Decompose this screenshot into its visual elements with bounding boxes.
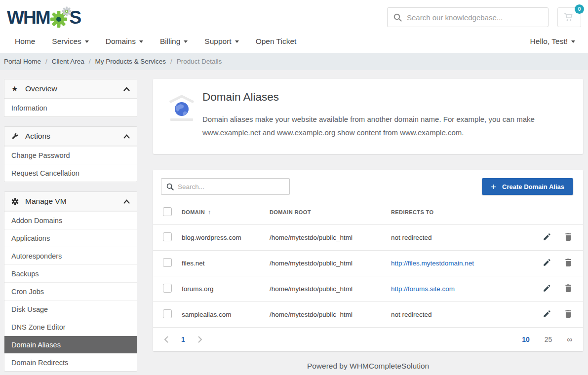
top-header: WHM (0, 0, 588, 30)
cell-domain: forums.org (178, 276, 266, 302)
page-title: Domain Aliases (202, 91, 570, 104)
main-content: Domain Aliases Domain aliases make your … (153, 79, 583, 375)
page-size-25[interactable]: 25 (545, 336, 552, 343)
row-checkbox[interactable] (163, 284, 172, 293)
domain-aliases-table: Domain↑ Domain Root Redirects To blog.wo… (153, 200, 583, 328)
edit-icon[interactable] (543, 284, 551, 293)
chevron-up-icon[interactable] (123, 134, 130, 139)
logo-gears (50, 6, 69, 28)
sidebar-item-disk-usage[interactable]: Disk Usage (4, 300, 137, 318)
table-row: forums.org /home/mytestdo/public_html ht… (153, 276, 583, 302)
table-row: samplealias.com /home/mytestdo/public_ht… (153, 302, 583, 328)
sidebar-section-manage-vm: Manage VM Addon Domains Applications Aut… (4, 191, 137, 372)
star-icon: ★ (11, 84, 22, 93)
sidebar-header-overview[interactable]: ★ Overview (4, 79, 137, 99)
sidebar-header-actions[interactable]: Actions (4, 127, 137, 146)
sidebar-item-dns-zone-editor[interactable]: DNS Zone Editor (4, 318, 137, 336)
row-checkbox[interactable] (163, 309, 172, 318)
previous-page-icon[interactable] (164, 336, 168, 343)
next-page-icon[interactable] (198, 336, 202, 343)
create-domain-alias-button[interactable]: + Create Domain Alias (482, 178, 573, 195)
select-all-checkbox[interactable] (163, 207, 172, 216)
search-icon (393, 13, 402, 22)
breadcrumb-products-services[interactable]: My Products & Services (95, 58, 166, 65)
redirect-link[interactable]: http://files.mytestdomain.net (391, 260, 474, 267)
edit-icon[interactable] (543, 258, 551, 267)
edit-icon[interactable] (543, 309, 551, 318)
cell-domain: files.net (178, 251, 266, 276)
breadcrumb-portal-home[interactable]: Portal Home (4, 58, 41, 65)
nav-item-home[interactable]: Home (15, 37, 35, 46)
sidebar-item-applications[interactable]: Applications (4, 229, 137, 247)
table-search-input[interactable] (178, 183, 284, 190)
wrench-icon (11, 133, 22, 140)
pagination: 1 10 25 ∞ (153, 328, 583, 351)
nav-item-support[interactable]: Support (204, 37, 238, 46)
sort-asc-icon: ↑ (208, 209, 211, 216)
delete-icon[interactable] (564, 258, 572, 267)
whmcs-logo[interactable]: WHM (7, 6, 80, 28)
cell-domain: samplealias.com (178, 302, 266, 328)
chevron-down-icon (184, 40, 188, 43)
row-checkbox[interactable] (163, 258, 172, 267)
sidebar-header-manage-vm[interactable]: Manage VM (4, 192, 137, 211)
sidebar-section-actions: Actions Change Password Request Cancella… (4, 126, 137, 182)
column-header-domain-root[interactable]: Domain Root (266, 200, 387, 225)
sidebar-item-addon-domains[interactable]: Addon Domains (4, 211, 137, 229)
cart-icon (564, 12, 575, 22)
cell-domain: blog.wordpress.com (178, 225, 266, 251)
breadcrumb-current: Product Details (177, 58, 222, 65)
powered-by-footer: Powered by WHMCompleteSolution (153, 351, 583, 375)
sidebar-section-overview: ★ Overview Information (4, 79, 137, 117)
cell-domain-root: /home/mytestdo/public_html (266, 276, 387, 302)
nav-item-services[interactable]: Services (52, 37, 88, 46)
chevron-up-icon[interactable] (123, 87, 130, 91)
redirect-link[interactable]: http://forums.site.com (391, 285, 455, 293)
breadcrumb-client-area[interactable]: Client Area (52, 58, 84, 65)
sidebar-item-domain-aliases[interactable]: Domain Aliases (4, 336, 137, 353)
knowledgebase-search-input[interactable] (407, 13, 542, 22)
cell-redirects-to: not redirected (387, 225, 529, 251)
table-row: blog.wordpress.com /home/mytestdo/public… (153, 225, 583, 251)
nav-item-open-ticket[interactable]: Open Ticket (256, 37, 297, 46)
sidebar-item-information[interactable]: Information (4, 99, 137, 116)
table-header-row: Domain↑ Domain Root Redirects To (153, 200, 583, 225)
domain-aliases-card: + Create Domain Alias Domain↑ Domain Roo… (153, 170, 583, 351)
page-size-all-icon[interactable]: ∞ (567, 335, 572, 343)
domain-globe-icon (168, 94, 196, 139)
chevron-down-icon (235, 40, 239, 43)
cart-button[interactable]: 0 (557, 7, 581, 27)
sidebar-item-domain-redirects[interactable]: Domain Redirects (4, 353, 137, 371)
delete-icon[interactable] (564, 309, 572, 318)
column-header-domain[interactable]: Domain↑ (178, 200, 266, 225)
sidebar-item-request-cancellation[interactable]: Request Cancellation (4, 164, 137, 182)
sidebar-item-change-password[interactable]: Change Password (4, 146, 137, 164)
row-checkbox[interactable] (163, 232, 172, 241)
delete-icon[interactable] (564, 232, 572, 241)
table-row: files.net /home/mytestdo/public_html htt… (153, 251, 583, 276)
nav-item-domains[interactable]: Domains (106, 37, 143, 46)
page-number[interactable]: 1 (181, 336, 185, 343)
cell-domain-root: /home/mytestdo/public_html (266, 251, 387, 276)
cell-domain-root: /home/mytestdo/public_html (266, 225, 387, 251)
chevron-down-icon (85, 40, 89, 43)
small-gear-icon (62, 6, 72, 16)
chevron-up-icon[interactable] (123, 199, 130, 204)
delete-icon[interactable] (564, 284, 572, 293)
plus-icon: + (491, 182, 496, 191)
page-size-10[interactable]: 10 (522, 336, 530, 343)
page-description: Domain aliases make your website availab… (202, 112, 570, 139)
sidebar-item-cron-jobs[interactable]: Cron Jobs (4, 282, 137, 300)
breadcrumb: Portal Home / Client Area / My Products … (0, 53, 588, 70)
logo-text-whm: WHM (7, 8, 49, 27)
main-nav: Home Services Domains Billing Support Op… (0, 30, 588, 53)
user-menu[interactable]: Hello, Test! (530, 37, 575, 46)
nav-item-billing[interactable]: Billing (160, 37, 188, 46)
cell-redirects-to: not redirected (387, 302, 529, 328)
column-header-redirects-to[interactable]: Redirects To (387, 200, 529, 225)
edit-icon[interactable] (543, 232, 551, 241)
sidebar-item-backups[interactable]: Backups (4, 264, 137, 282)
sidebar: ★ Overview Information Actions Change Pa… (4, 79, 137, 375)
table-toolbar: + Create Domain Alias (153, 170, 583, 200)
sidebar-item-autoresponders[interactable]: Autoresponders (4, 247, 137, 264)
